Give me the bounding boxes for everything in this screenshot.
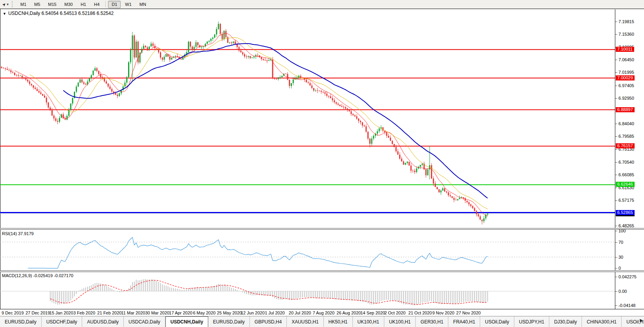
timeframe-d1[interactable]: D1 <box>108 1 121 8</box>
timeframe-w1[interactable]: W1 <box>121 1 135 8</box>
candle-body <box>418 167 419 168</box>
tab-ger30-h1[interactable]: GER30,H1 <box>416 316 448 327</box>
macd-axis[interactable]: 0.0422750.00-0.04148 <box>615 272 644 309</box>
candle-body <box>352 114 354 115</box>
tab-fra40-h1[interactable]: FRA40,H1 <box>448 316 480 327</box>
tab-usdchf-daily[interactable]: USDCHF,Daily <box>42 316 83 327</box>
price-tick-label: 7.01995 <box>618 70 634 75</box>
price-tick <box>615 34 617 35</box>
candle-body <box>83 82 84 84</box>
candle-body <box>442 188 443 191</box>
candle-body <box>39 91 40 93</box>
price-tick-label: 6.57175 <box>618 198 634 203</box>
tab-uk100-h1[interactable]: UK100,H1 <box>384 316 416 327</box>
timeframe-m15[interactable]: M15 <box>44 1 60 8</box>
candle-body <box>212 38 213 39</box>
price-tick-label: 6.97405 <box>618 83 634 88</box>
candle-body <box>59 118 60 122</box>
rsi-tick-label: 0 <box>618 266 621 270</box>
candle-body <box>451 196 453 198</box>
chevron-down-icon[interactable]: ▾ <box>7 2 9 6</box>
candle-body <box>63 114 64 118</box>
timeframe-mn[interactable]: MN <box>136 1 150 8</box>
candle-body <box>3 68 4 68</box>
candle-body <box>233 42 234 43</box>
candle-body <box>96 68 97 71</box>
tab-scroll-right-icon[interactable]: ▶ <box>640 318 643 322</box>
candle-body <box>79 80 81 83</box>
candle-body <box>274 78 275 79</box>
tab-eurusd-daily[interactable]: EURUSD,Daily <box>0 316 42 327</box>
macd-tick-label: -0.04148 <box>618 303 635 308</box>
timeframe-m1[interactable]: M1 <box>17 1 30 8</box>
candle-body <box>91 75 92 79</box>
chart-cursor-icon[interactable]: ➤ <box>1 1 7 7</box>
candle-body <box>392 141 393 144</box>
symbol-dropdown-icon[interactable]: ▼ <box>3 12 6 16</box>
candle-body <box>25 78 26 80</box>
candle-body <box>132 35 133 49</box>
tab-dj30-daily[interactable]: DJ30,Daily <box>549 316 582 327</box>
tab-hk50-h1[interactable]: HK50,H1 <box>324 316 353 327</box>
candle-body <box>250 56 251 58</box>
candle-body <box>257 55 258 55</box>
tab-eurusd-daily[interactable]: EURUSD,Daily <box>208 316 250 327</box>
candle-body <box>50 108 51 110</box>
candle-body <box>42 94 43 95</box>
candle-body <box>143 46 144 49</box>
rsi-axis[interactable]: 10070300 <box>615 230 644 270</box>
tab-usdcnh-daily[interactable]: USDCNH,Daily <box>165 316 208 327</box>
tab-audusd-daily[interactable]: AUDUSD,Daily <box>82 316 124 327</box>
candle-body <box>414 171 415 172</box>
price-chart[interactable] <box>0 9 615 228</box>
candle-body <box>474 208 475 211</box>
timeframe-m30[interactable]: M30 <box>61 1 76 8</box>
candle-body <box>339 105 341 106</box>
candle-body <box>444 188 445 192</box>
price-tick <box>615 136 617 137</box>
tab-gbpusd-h4[interactable]: GBPUSD,H4 <box>250 316 287 327</box>
candle-body <box>293 80 294 83</box>
price-tick <box>615 226 617 226</box>
candle-body <box>152 44 154 46</box>
candle-body <box>440 190 442 192</box>
candle-body <box>279 77 281 78</box>
candle-body <box>360 121 361 122</box>
candle-body <box>31 84 32 86</box>
candle-body <box>218 24 219 29</box>
candle-body <box>349 110 350 111</box>
candle-body <box>246 57 247 57</box>
candle-body <box>264 60 266 60</box>
candle-body <box>259 55 260 57</box>
toolbar-grip[interactable] <box>12 1 14 7</box>
candle-body <box>229 42 230 43</box>
candle-body <box>46 98 47 102</box>
price-axis[interactable]: 7.198157.153607.109057.064507.019956.974… <box>615 9 644 228</box>
macd-panel[interactable] <box>0 272 615 309</box>
candle-body <box>171 58 172 60</box>
candle-body <box>209 41 210 42</box>
tab-xauusd-h1[interactable]: XAUUSD,H1 <box>287 316 324 327</box>
candle-body <box>394 144 395 147</box>
timeframe-m5[interactable]: M5 <box>31 1 44 8</box>
candle-body <box>188 42 189 52</box>
tab-usdjpy-h1[interactable]: USDJPY,H1 <box>514 316 549 327</box>
tab-usdcad-daily[interactable]: USDCAD,Daily <box>124 316 165 327</box>
rsi-panel[interactable] <box>0 230 615 270</box>
tab-uk100-h1[interactable]: UK100,H1 <box>353 316 384 327</box>
timeframe-h4[interactable]: H4 <box>90 1 103 8</box>
macd-tick-label: 0.042275 <box>618 274 637 279</box>
tab-china300-h1[interactable]: CHINA300,H1 <box>582 316 622 327</box>
candle-body <box>448 192 449 195</box>
horizontal-levels[interactable] <box>0 49 615 214</box>
date-tick-label: 26 Aug 2020 <box>337 311 361 315</box>
date-axis[interactable]: 9 Dec 201927 Dec 201915 Jan 20203 Feb 20… <box>0 309 644 316</box>
candle-body <box>242 52 243 54</box>
timeframe-h1[interactable]: H1 <box>77 1 90 8</box>
candle-body <box>225 31 226 37</box>
tab-usoil-daily[interactable]: USOil,Daily <box>480 316 514 327</box>
candle-body <box>160 52 161 57</box>
candle-body <box>476 211 477 214</box>
candle-body <box>125 83 126 87</box>
candle-body <box>16 75 17 75</box>
